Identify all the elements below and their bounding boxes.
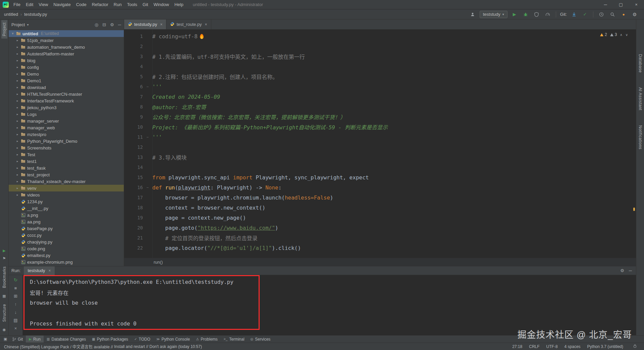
chevron-right-icon[interactable]: ▸: [15, 113, 20, 116]
hide-panel-icon[interactable]: ─: [629, 268, 632, 273]
code-line[interactable]: 11−''': [124, 132, 636, 142]
project-tree-item[interactable]: ▸Screenshots: [9, 144, 124, 151]
tool-window-button-notifications[interactable]: Notifications: [637, 123, 643, 152]
project-tree-item[interactable]: ▸Demo1: [9, 77, 124, 84]
python-interpreter[interactable]: Python 3.7 (untitled): [587, 344, 623, 349]
print-icon[interactable]: ▤: [12, 317, 19, 323]
install-restart-link[interactable]: Install and restart: [114, 344, 145, 349]
chevron-down-icon[interactable]: ▾: [27, 23, 29, 27]
tool-window-button-structure[interactable]: Structure: [1, 302, 7, 324]
toolwindow-button-services[interactable]: ◎Services: [248, 336, 274, 343]
code-line[interactable]: 14: [124, 162, 636, 172]
line-number[interactable]: 9: [124, 114, 143, 120]
chevron-right-icon[interactable]: ▸: [15, 186, 20, 190]
coverage-button[interactable]: [533, 10, 541, 18]
project-tree-item[interactable]: ▸mztestpro: [9, 131, 124, 138]
chevron-right-icon[interactable]: ▸: [15, 59, 20, 62]
settings-gear-icon[interactable]: ⚙: [620, 268, 624, 273]
menu-git[interactable]: Git: [140, 0, 151, 9]
chevron-right-icon[interactable]: ▸: [15, 166, 20, 170]
project-tree-item[interactable]: ▸venv: [9, 185, 124, 191]
chevron-right-icon[interactable]: ▸: [15, 160, 20, 163]
caret-position[interactable]: 27:18: [512, 344, 522, 349]
line-number[interactable]: 15: [124, 175, 143, 180]
code-line[interactable]: 20 page.goto("https://www.baidu.com/"): [124, 223, 636, 233]
line-number[interactable]: 2: [124, 44, 143, 49]
project-tree-item[interactable]: ▸videos: [9, 191, 124, 198]
code-line[interactable]: 18 context = browser.new_context(): [124, 203, 636, 213]
code-line[interactable]: 4: [124, 61, 636, 72]
chevron-right-icon[interactable]: ▸: [15, 126, 20, 129]
line-number[interactable]: 12: [124, 144, 143, 150]
run-button[interactable]: ▶: [511, 10, 519, 18]
project-tree-item[interactable]: ▼untitledE:\untitled: [9, 30, 124, 37]
chevron-right-icon[interactable]: ▸: [15, 72, 20, 76]
menu-refactor[interactable]: Refactor: [89, 0, 111, 9]
next-issue-icon[interactable]: ∨: [626, 33, 628, 37]
project-tree-item[interactable]: 1234.py: [9, 198, 124, 205]
update-project-icon[interactable]: [570, 10, 578, 18]
profiler-button[interactable]: [544, 10, 552, 18]
code-line[interactable]: 1# coding=utf-8: [124, 31, 636, 41]
history-icon[interactable]: [597, 10, 605, 18]
toolwindow-button-terminal[interactable]: >_Terminal: [221, 336, 248, 343]
toolwindow-button-todo[interactable]: ✓TODO: [131, 336, 153, 343]
line-number[interactable]: 4: [124, 64, 143, 69]
menu-tools[interactable]: Tools: [124, 0, 140, 9]
project-tree-item[interactable]: __init__.py: [9, 205, 124, 212]
project-tree-item[interactable]: ▸Logs: [9, 111, 124, 118]
project-tree-item[interactable]: a.png: [9, 212, 124, 218]
line-number[interactable]: 7: [124, 94, 143, 99]
chevron-right-icon[interactable]: ▸: [15, 52, 20, 55]
line-separator[interactable]: CRLF: [529, 344, 539, 349]
project-tree-item[interactable]: emailtest.py: [9, 252, 124, 259]
editor-tab-teststudy.py[interactable]: teststudy.py×: [124, 19, 166, 29]
line-number[interactable]: 20: [124, 225, 143, 230]
code-line[interactable]: 21 # 定位首页的登录按钮，然后点击登录: [124, 233, 636, 243]
project-tree-item[interactable]: ▸Demo: [9, 71, 124, 77]
project-tree-item[interactable]: ▸test_flask: [9, 165, 124, 171]
code-line[interactable]: 9公众号：北京宏哥（微信搜索：北京宏哥，关注宏哥，提前解锁更多测试干货！）: [124, 112, 636, 122]
editor-tab-test_route.py[interactable]: test_route.py×: [166, 19, 211, 29]
breadcrumb-file[interactable]: teststudy.py: [24, 12, 47, 17]
editor-breadcrumb[interactable]: run(): [154, 260, 163, 265]
code-line[interactable]: 17 browser = playwright.chromium.launch(…: [124, 192, 636, 203]
minimize-button[interactable]: ─: [598, 0, 613, 9]
chevron-right-icon[interactable]: ▸: [15, 146, 20, 149]
menu-code[interactable]: Code: [73, 0, 89, 9]
code-line[interactable]: 22 page.locator("//*[@id='u1']/a[1]").cl…: [124, 243, 636, 253]
inspections-widget[interactable]: 2 3 ∧ ∨: [598, 32, 630, 38]
chevron-right-icon[interactable]: ▸: [15, 39, 20, 42]
project-panel-title[interactable]: Project: [11, 22, 25, 27]
line-number[interactable]: 13: [124, 155, 143, 160]
chevron-right-icon[interactable]: ▸: [15, 65, 20, 69]
line-number[interactable]: 3: [124, 54, 143, 59]
line-number[interactable]: 17: [124, 195, 143, 200]
chevron-right-icon[interactable]: ▸: [15, 139, 20, 143]
menu-edit[interactable]: Edit: [23, 0, 36, 9]
code-line[interactable]: 15from playwright.sync_api import Playwr…: [124, 172, 636, 182]
navigate-up-icon[interactable]: ↑: [12, 301, 19, 307]
code-line[interactable]: 8@author: 北京-宏哥: [124, 102, 636, 112]
menu-navigate[interactable]: Navigate: [51, 0, 73, 9]
fold-marker-icon[interactable]: −: [143, 135, 152, 139]
project-tree-item[interactable]: ▸Python_Playwright_Demo: [9, 138, 124, 144]
project-tree-item[interactable]: code.png: [9, 245, 124, 252]
project-tree-item[interactable]: ▸manager_web: [9, 124, 124, 131]
chevron-right-icon[interactable]: ▸: [15, 173, 20, 176]
hide-panel-icon[interactable]: ─: [118, 22, 121, 27]
close-button[interactable]: ×: [629, 0, 644, 9]
project-tree-item[interactable]: ▸test_project: [9, 171, 124, 178]
chevron-right-icon[interactable]: ▸: [15, 119, 20, 123]
project-tree-item[interactable]: ▸Thailand_xsteach_dev-master: [9, 178, 124, 185]
project-tree-item[interactable]: cccc.py: [9, 232, 124, 238]
collapse-all-icon[interactable]: ⊟: [102, 22, 106, 27]
chevron-right-icon[interactable]: ▸: [15, 86, 20, 89]
menu-run[interactable]: Run: [111, 0, 124, 9]
project-tree-item[interactable]: ▸AutotestPlatform-master: [9, 50, 124, 57]
line-number[interactable]: 11: [124, 134, 143, 140]
project-tree-item[interactable]: ▸blog: [9, 57, 124, 64]
tool-window-button-bookmarks[interactable]: Bookmarks: [1, 264, 7, 291]
line-number[interactable]: 8: [124, 104, 143, 110]
line-number[interactable]: 21: [124, 235, 143, 240]
